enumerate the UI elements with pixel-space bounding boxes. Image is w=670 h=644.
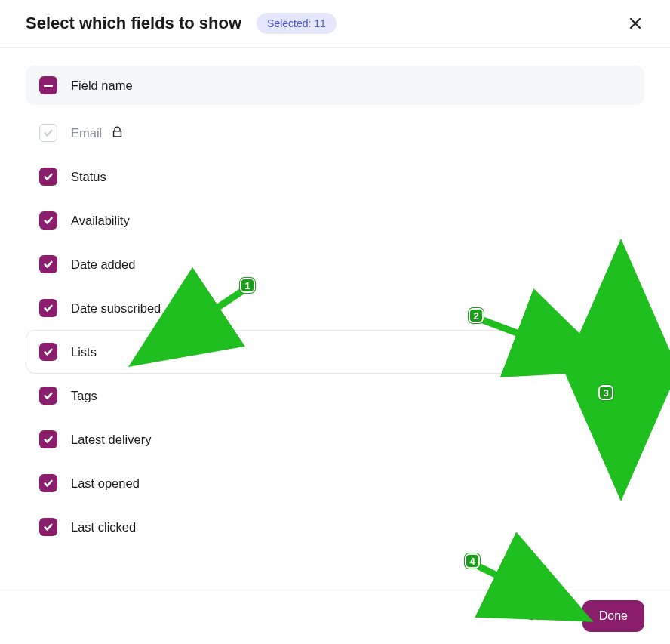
select-all-label: Field name [71,79,133,93]
indeterminate-icon [44,85,53,87]
select-all-checkbox[interactable] [39,76,57,94]
field-label: Status [71,170,106,184]
check-icon [43,434,54,445]
field-label: Availability [71,214,130,228]
close-button[interactable] [626,11,644,35]
close-icon [629,17,641,29]
field-checkbox[interactable] [39,387,57,405]
check-icon [43,390,54,401]
field-label: Latest delivery [71,433,151,447]
field-label: Email [71,126,102,140]
field-checkbox[interactable] [39,168,57,186]
cancel-button[interactable]: Cancel [527,609,564,623]
field-list-wrapper: EmailStatusAvailabilityDate addedDate su… [26,111,644,585]
field-label: Date subscribed [71,301,161,316]
dialog-title: Select which fields to show [26,14,241,33]
field-row[interactable]: Date subscribed [26,286,643,330]
dialog-body: Field name EmailStatusAvailabilityDate a… [0,48,670,587]
field-checkbox[interactable] [39,430,57,448]
field-row[interactable]: Tags [26,374,643,418]
field-row[interactable]: Lists [26,330,643,374]
field-row[interactable]: Email [26,111,643,155]
field-label: Last clicked [71,520,136,535]
dialog-footer: Cancel Done [0,587,670,644]
field-checkbox[interactable] [39,255,57,273]
field-row[interactable]: Last clicked [26,505,643,549]
field-label: Tags [71,389,97,403]
field-checkbox[interactable] [39,518,57,536]
selected-count-badge: Selected: 11 [257,13,337,34]
check-icon [43,347,54,357]
field-row[interactable]: Last opened [26,461,643,505]
check-icon [43,303,54,313]
check-icon [43,478,54,488]
dialog-header: Select which fields to show Selected: 11 [0,0,670,48]
field-checkbox [39,124,57,142]
check-icon [43,128,54,138]
field-row[interactable]: Latest delivery [26,418,643,461]
field-chooser-dialog: Select which fields to show Selected: 11… [0,0,670,644]
field-label: Date added [71,257,135,272]
field-checkbox[interactable] [39,343,57,361]
field-row[interactable]: Availability [26,199,643,242]
field-row[interactable]: Date added [26,242,643,286]
check-icon [43,215,54,226]
field-checkbox[interactable] [39,211,57,230]
field-label: Last opened [71,476,140,491]
select-all-row[interactable]: Field name [26,66,644,105]
lock-icon [111,125,124,141]
check-icon [43,171,54,182]
done-button[interactable]: Done [582,600,644,632]
field-list[interactable]: EmailStatusAvailabilityDate addedDate su… [26,111,644,585]
field-row[interactable]: Status [26,155,643,199]
check-icon [43,522,54,532]
drag-handle-icon[interactable] [616,344,630,360]
check-icon [43,259,54,270]
field-label: Lists [71,345,97,359]
field-checkbox[interactable] [39,299,57,317]
field-checkbox[interactable] [39,474,57,492]
